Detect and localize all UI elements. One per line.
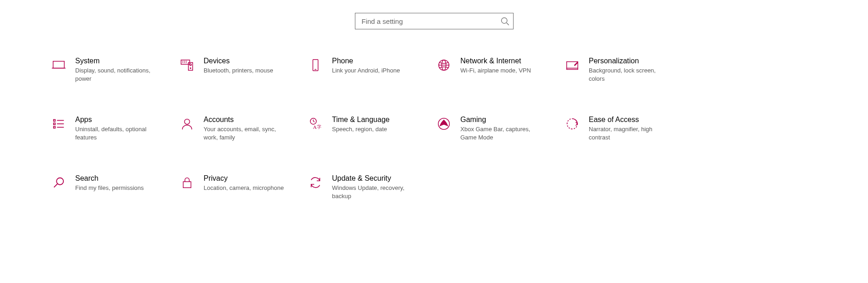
svg-point-34	[56, 178, 63, 185]
category-desc: Link your Android, iPhone	[332, 67, 400, 75]
category-desc: Speech, region, date	[332, 125, 390, 133]
category-desc: Xbox Game Bar, captures, Game Mode	[460, 125, 543, 141]
system-icon	[51, 58, 66, 72]
svg-point-13	[190, 68, 191, 69]
svg-line-35	[54, 184, 58, 188]
category-desc: Display, sound, notifications, power	[75, 67, 158, 83]
svg-line-1	[506, 23, 509, 25]
settings-categories-grid: System Display, sound, notifications, po…	[0, 57, 868, 200]
category-desc: Windows Update, recovery, backup	[332, 184, 415, 200]
category-title: Gaming	[460, 116, 543, 124]
category-title: Time & Language	[332, 116, 390, 124]
magnifier-icon	[51, 175, 66, 190]
category-title: Update & Security	[332, 174, 415, 183]
svg-point-12	[190, 64, 192, 66]
time-language-icon: A 字	[308, 117, 323, 131]
category-desc: Your accounts, email, sync, work, family	[204, 125, 286, 141]
lock-icon	[180, 175, 194, 190]
category-search[interactable]: Search Find my files, permissions	[51, 174, 175, 200]
svg-text:字: 字	[317, 124, 321, 129]
svg-rect-36	[183, 182, 191, 188]
category-desc: Narrator, magnifier, high contrast	[589, 125, 671, 141]
category-desc: Find my files, permissions	[75, 184, 144, 192]
category-title: Privacy	[204, 174, 284, 183]
category-title: Phone	[332, 57, 400, 65]
category-system[interactable]: System Display, sound, notifications, po…	[51, 57, 175, 83]
globe-icon	[437, 58, 451, 72]
category-title: System	[75, 57, 158, 65]
category-desc: Background, lock screen, colors	[589, 67, 671, 83]
category-time-language[interactable]: A 字 Time & Language Speech, region, date	[308, 116, 432, 141]
category-title: Accounts	[204, 116, 286, 124]
devices-icon	[180, 58, 194, 72]
category-phone[interactable]: Phone Link your Android, iPhone	[308, 57, 432, 83]
category-gaming[interactable]: Gaming Xbox Game Bar, captures, Game Mod…	[437, 116, 560, 141]
category-desc: Bluetooth, printers, mouse	[204, 67, 273, 75]
search-input[interactable]	[361, 17, 500, 26]
category-desc: Location, camera, microphone	[204, 184, 284, 192]
category-title: Devices	[204, 57, 273, 65]
svg-rect-22	[54, 123, 55, 125]
personalization-icon	[565, 58, 580, 72]
search-icon	[500, 17, 509, 26]
category-ease-of-access[interactable]: Ease of Access Narrator, magnifier, high…	[565, 116, 689, 141]
svg-line-30	[313, 121, 315, 122]
svg-rect-21	[54, 120, 55, 122]
svg-rect-2	[53, 61, 64, 68]
svg-point-0	[501, 18, 507, 24]
category-title: Ease of Access	[589, 116, 671, 124]
category-desc: Uninstall, defaults, optional features	[75, 125, 158, 141]
category-update-security[interactable]: Update & Security Windows Update, recove…	[308, 174, 432, 200]
category-privacy[interactable]: Privacy Location, camera, microphone	[180, 174, 304, 200]
accounts-icon	[180, 117, 194, 131]
category-personalization[interactable]: Personalization Background, lock screen,…	[565, 57, 689, 83]
gaming-icon	[437, 117, 451, 131]
category-devices[interactable]: Devices Bluetooth, printers, mouse	[180, 57, 304, 83]
svg-rect-14	[313, 60, 318, 71]
phone-icon	[308, 58, 323, 72]
category-title: Search	[75, 174, 144, 183]
search-box[interactable]	[355, 13, 514, 29]
category-title: Personalization	[589, 57, 671, 65]
update-icon	[308, 175, 323, 190]
apps-icon	[51, 117, 66, 131]
category-desc: Wi-Fi, airplane mode, VPN	[460, 67, 531, 75]
category-title: Network & Internet	[460, 57, 531, 65]
category-network[interactable]: Network & Internet Wi-Fi, airplane mode,…	[437, 57, 560, 83]
svg-rect-23	[54, 127, 55, 128]
category-apps[interactable]: Apps Uninstall, defaults, optional featu…	[51, 116, 175, 141]
category-title: Apps	[75, 116, 158, 124]
category-accounts[interactable]: Accounts Your accounts, email, sync, wor…	[180, 116, 304, 141]
ease-of-access-icon	[565, 117, 580, 131]
svg-point-27	[184, 119, 189, 124]
